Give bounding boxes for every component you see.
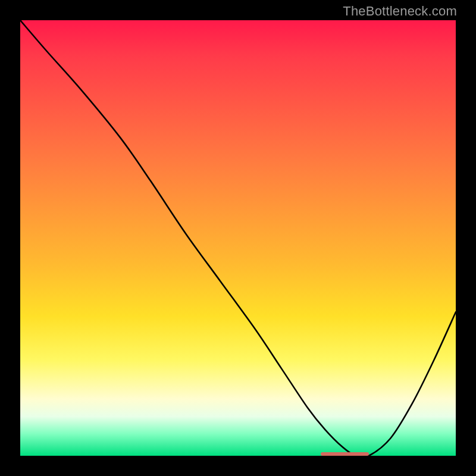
plot-frame — [18, 18, 458, 458]
optimum-marker — [321, 452, 369, 456]
bottleneck-curve — [20, 20, 456, 456]
curve-layer — [20, 20, 456, 456]
watermark-text: TheBottleneck.com — [343, 4, 457, 19]
